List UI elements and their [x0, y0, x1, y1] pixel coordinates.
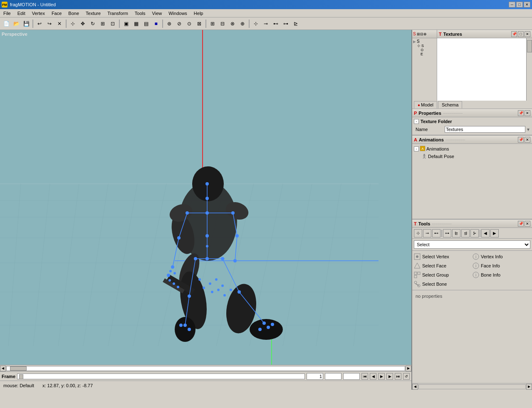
- shaded-button[interactable]: ⊘: [175, 19, 184, 28]
- animations-close-button[interactable]: ✕: [525, 137, 530, 143]
- save-button[interactable]: 💾: [22, 19, 31, 28]
- tree-mini-child2[interactable]: ⊙: [421, 48, 436, 52]
- properties-close-button[interactable]: ✕: [525, 110, 530, 116]
- tool-d[interactable]: ⊕: [238, 19, 247, 28]
- textures-pin-button[interactable]: 📌: [511, 31, 517, 37]
- textures-maximize-button[interactable]: □: [518, 31, 524, 37]
- menu-windows[interactable]: Windows: [165, 10, 191, 17]
- frame-loop-button[interactable]: ↺: [403, 373, 410, 380]
- frame-prev-button[interactable]: ◀: [370, 373, 376, 380]
- frame-last-button[interactable]: ⏭: [395, 373, 401, 380]
- menu-face[interactable]: Face: [48, 10, 65, 17]
- select-vertex-button[interactable]: Select Vertex: [414, 252, 472, 261]
- animations-root-item[interactable]: - A Animations: [414, 146, 530, 152]
- scroll-left-button[interactable]: ◀: [0, 366, 6, 371]
- select-face-button[interactable]: Select Face: [414, 262, 472, 270]
- tree-mini-child1[interactable]: ⊹ S: [417, 44, 436, 48]
- anim-tool-a[interactable]: ⊹: [251, 19, 260, 28]
- redo-button[interactable]: ↪: [45, 19, 54, 28]
- tool-c[interactable]: ⊗: [228, 19, 237, 28]
- frame-play-button[interactable]: ▶: [378, 373, 385, 380]
- menu-help[interactable]: Help: [191, 10, 207, 17]
- view-3d[interactable]: ■: [151, 19, 161, 28]
- animations-expand-button[interactable]: -: [414, 146, 419, 151]
- textures-scroll-thumb[interactable]: [527, 40, 532, 52]
- horizontal-scrollbar[interactable]: [6, 366, 405, 371]
- scroll-thumb[interactable]: [10, 366, 27, 371]
- tools-tb-prev[interactable]: ◀: [481, 229, 490, 237]
- selection-mode[interactable]: ⊠: [195, 19, 204, 28]
- delete-button[interactable]: ✕: [55, 19, 64, 28]
- animations-pin-button[interactable]: 📌: [518, 137, 524, 143]
- tools-tb-btn5[interactable]: ⊵: [452, 229, 460, 237]
- face-info-button[interactable]: i Face Info: [473, 262, 530, 270]
- tree-mini-child1-label: S: [421, 44, 424, 48]
- animations-default-pose-item[interactable]: Default Pose: [421, 153, 530, 160]
- bone-info-button[interactable]: i Bone Info: [473, 271, 530, 279]
- texture-folder-expand[interactable]: -: [414, 119, 419, 124]
- properties-pin-button[interactable]: 📌: [518, 110, 524, 116]
- menu-view[interactable]: View: [149, 10, 166, 17]
- select-group-button[interactable]: Select Group: [414, 271, 472, 279]
- frame-next-button[interactable]: ▶: [386, 373, 393, 380]
- maximize-button[interactable]: □: [516, 2, 523, 7]
- menu-file[interactable]: File: [0, 10, 14, 17]
- tool5[interactable]: ⊡: [108, 19, 117, 28]
- menu-bone[interactable]: Bone: [65, 10, 82, 17]
- viewport[interactable]: Perspective: [0, 30, 411, 365]
- close-button[interactable]: ✕: [524, 2, 530, 7]
- tools-tb-next[interactable]: ▶: [490, 229, 499, 237]
- tools-tb-btn1[interactable]: ⊹: [414, 229, 422, 237]
- scale-button[interactable]: ⊞: [98, 19, 107, 28]
- wireframe-button[interactable]: ⊛: [165, 19, 174, 28]
- view-top[interactable]: ▤: [141, 19, 151, 28]
- open-button[interactable]: 📂: [12, 19, 21, 28]
- svg-point-48: [205, 197, 209, 200]
- anim-tool-e[interactable]: ⊵: [291, 19, 300, 28]
- frame-slider[interactable]: [17, 373, 305, 379]
- tree-mini-item[interactable]: ▶ S: [413, 39, 436, 44]
- tool-b[interactable]: ⊟: [218, 19, 227, 28]
- new-button[interactable]: 📄: [2, 19, 11, 28]
- frame-thumb[interactable]: [19, 374, 23, 379]
- textured-button[interactable]: ⊙: [185, 19, 194, 28]
- right-horizontal-scrollbar[interactable]: [418, 384, 526, 389]
- view-side[interactable]: ▦: [131, 19, 141, 28]
- anim-tool-b[interactable]: ⊸: [261, 19, 270, 28]
- tools-tb-btn7[interactable]: ⊱: [470, 229, 479, 237]
- anim-tool-d[interactable]: ⊶: [281, 19, 290, 28]
- menu-edit[interactable]: Edit: [14, 10, 29, 17]
- undo-button[interactable]: ↩: [35, 19, 44, 28]
- tools-close-button[interactable]: ✕: [525, 221, 530, 227]
- right-scroll-left[interactable]: ◀: [412, 384, 418, 390]
- tree-mini-child3[interactable]: E: [421, 52, 436, 56]
- tool-a[interactable]: ⊞: [208, 19, 217, 28]
- tools-pin-button[interactable]: 📌: [518, 221, 524, 227]
- move-button[interactable]: ✥: [78, 19, 87, 28]
- tools-tb-btn3[interactable]: ⊷: [432, 229, 440, 237]
- tools-tb-btn4[interactable]: ⊶: [443, 229, 451, 237]
- select-bone-button[interactable]: Select Bone: [414, 280, 472, 288]
- menu-vertex[interactable]: Vertex: [29, 10, 48, 17]
- menu-texture[interactable]: Texture: [82, 10, 104, 17]
- toolbar: 📄 📂 💾 ↩ ↪ ✕ ⊹ ✥ ↻ ⊞ ⊡ ▣ ▦ ▤ ■ ⊛ ⊘ ⊙ ⊠ ⊞ …: [0, 17, 532, 30]
- tools-select[interactable]: Select: [414, 240, 530, 249]
- titlebar-controls[interactable]: ─ □ ✕: [509, 2, 530, 7]
- menu-tools[interactable]: Tools: [131, 10, 149, 17]
- tools-tb-btn2[interactable]: ⊸: [423, 229, 431, 237]
- vertex-info-button[interactable]: i Vertex Info: [473, 252, 530, 261]
- select-button[interactable]: ⊹: [68, 19, 77, 28]
- right-scroll-right[interactable]: ▶: [526, 384, 532, 390]
- schema-tab[interactable]: Schema: [438, 101, 462, 109]
- textures-close-button[interactable]: ✕: [525, 31, 530, 37]
- minimize-button[interactable]: ─: [509, 2, 515, 7]
- rotate-button[interactable]: ↻: [88, 19, 97, 28]
- scroll-right-button[interactable]: ▶: [406, 366, 411, 371]
- menu-transform[interactable]: Transform: [104, 10, 131, 17]
- anim-tool-c[interactable]: ⊷: [271, 19, 280, 28]
- view-front[interactable]: ▣: [121, 19, 131, 28]
- model-tab[interactable]: ● Model: [414, 101, 437, 109]
- frame-first-button[interactable]: ⏮: [361, 373, 368, 380]
- textures-scrollbar[interactable]: [526, 38, 532, 101]
- tools-tb-btn6[interactable]: ⊴: [461, 229, 470, 237]
